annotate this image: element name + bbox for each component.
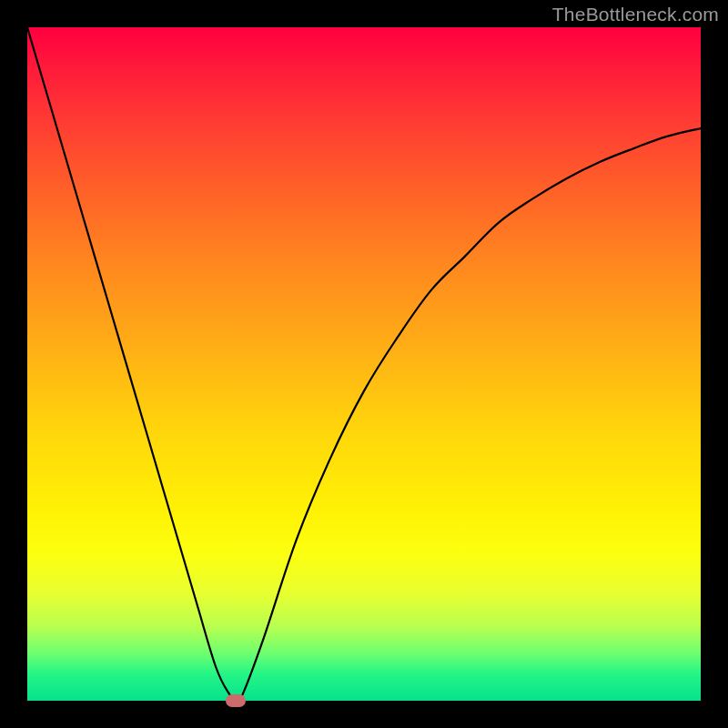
bottleneck-curve xyxy=(27,27,701,701)
optimal-point-marker xyxy=(226,694,246,707)
chart-frame: TheBottleneck.com xyxy=(0,0,728,728)
chart-plot-area xyxy=(27,27,701,701)
watermark-text: TheBottleneck.com xyxy=(552,4,719,25)
